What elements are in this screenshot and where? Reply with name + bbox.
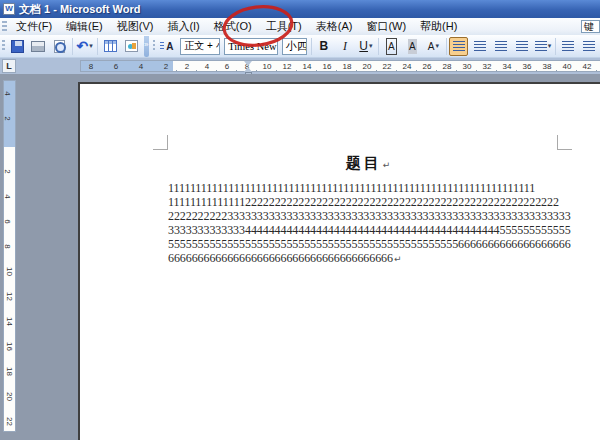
ruler-number: 4: [205, 62, 209, 71]
vertical-ruler: 42246810121416182022: [3, 80, 16, 432]
document-line: 1111111111111111111111111111111111111111…: [168, 181, 572, 195]
title-bar[interactable]: W 文档 1 - Microsoft Word: [0, 0, 600, 18]
font-combobox[interactable]: Times New Roman ▾: [224, 38, 278, 55]
styles-icon: A: [160, 40, 175, 53]
menu-help[interactable]: 帮助(H): [413, 18, 464, 35]
undo-icon: ↶: [77, 40, 89, 53]
document-title[interactable]: 题目↵: [168, 154, 568, 173]
toolbar-separator: [555, 38, 556, 55]
ruler-number: 26: [423, 62, 432, 71]
ruler-number: 6: [3, 219, 12, 223]
first-line-indent-marker[interactable]: [244, 61, 252, 66]
insert-table-button[interactable]: [101, 37, 120, 56]
toolbar-separator: [446, 38, 447, 55]
drawing-button[interactable]: [122, 37, 141, 56]
toolbar-grip[interactable]: [153, 40, 156, 52]
ruler-number: 16: [323, 62, 332, 71]
ruler-number: 2: [164, 62, 168, 71]
ruler-number: 2: [3, 116, 12, 120]
ruler-number: 10: [263, 62, 272, 71]
ruler-number: 10: [5, 267, 14, 276]
print-preview-icon: [54, 40, 65, 53]
character-border-button[interactable]: A: [382, 37, 401, 56]
ruler-number: 24: [403, 62, 412, 71]
insert-table-icon: [104, 40, 117, 52]
menu-window[interactable]: 窗口(W): [359, 18, 413, 35]
align-left-button[interactable]: [449, 37, 468, 56]
bullet-list-icon: [583, 41, 595, 51]
ruler-number: 34: [503, 62, 512, 71]
bullet-list-button[interactable]: [580, 37, 599, 56]
menu-view[interactable]: 视图(V): [110, 18, 161, 35]
ruler-number: 30: [463, 62, 472, 71]
horizontal-ruler-row: L 86422468101214161820222426283032343638…: [0, 58, 600, 74]
ruler-number: 4: [3, 194, 12, 198]
numbered-list-button[interactable]: [559, 37, 578, 56]
menu-table[interactable]: 表格(A): [309, 18, 360, 35]
ruler-number: 22: [383, 62, 392, 71]
ruler-number: 18: [343, 62, 352, 71]
undo-button[interactable]: ↶▾: [75, 37, 94, 56]
menubar-grip[interactable]: [2, 21, 7, 33]
document-text[interactable]: 1111111111111111111111111111111111111111…: [168, 181, 572, 266]
margin-corner-mark-top-right: [557, 135, 572, 150]
scale-dropdown-arrow[interactable]: ▾: [436, 42, 440, 50]
ruler-number: 20: [363, 62, 372, 71]
bold-button[interactable]: B: [314, 37, 333, 56]
font-value: Times New Roman: [228, 41, 278, 52]
document-line: 2222222222333333333333333333333333333333…: [168, 209, 572, 223]
print-preview-button[interactable]: [50, 37, 69, 56]
help-question-box[interactable]: 键: [581, 20, 600, 33]
line-spacing-button[interactable]: ▾: [533, 37, 552, 56]
align-center-icon: [474, 41, 486, 51]
italic-button[interactable]: I: [335, 37, 354, 56]
menu-insert[interactable]: 插入(I): [160, 18, 206, 35]
menu-file[interactable]: 文件(F): [9, 18, 59, 35]
toolbar-separator: [72, 38, 73, 55]
ruler-number: 6: [225, 62, 229, 71]
ruler-margin-area: [81, 61, 173, 71]
ruler-number: 18: [5, 367, 14, 376]
menu-format[interactable]: 格式(O): [207, 18, 259, 35]
save-button[interactable]: [8, 37, 27, 56]
align-right-button[interactable]: [491, 37, 510, 56]
underline-button[interactable]: U▾: [356, 37, 375, 56]
paragraph-mark: ↵: [383, 160, 391, 170]
style-combobox[interactable]: 正文 + 小四 ▾: [180, 38, 220, 55]
ruler-number: 2: [3, 169, 12, 173]
ruler-number: 4: [139, 62, 143, 71]
toolbar-grip[interactable]: [2, 40, 5, 52]
document-area: 42246810121416182022 题目↵ 111111111111111…: [0, 74, 600, 440]
font-size-combobox[interactable]: 小四 ▾: [282, 38, 307, 55]
align-left-icon: [453, 41, 465, 51]
toolbar-options-button[interactable]: »: [144, 36, 149, 57]
character-shading-icon: A: [408, 39, 417, 54]
styles-and-formatting-button[interactable]: A: [158, 37, 177, 56]
bold-icon: B: [320, 39, 329, 54]
character-shading-button[interactable]: A: [403, 37, 422, 56]
line-spacing-icon: [535, 41, 547, 51]
undo-dropdown-arrow[interactable]: ▾: [89, 42, 93, 50]
character-scale-button[interactable]: A▾: [424, 37, 443, 56]
ruler-number: 12: [5, 292, 14, 301]
style-value: 正文 + 小四: [184, 39, 220, 53]
toolbar-separator: [311, 38, 312, 55]
ruler-number: 38: [543, 62, 552, 71]
align-distribute-button[interactable]: [512, 37, 531, 56]
toolbar: ↶▾ » A 正文 + 小四 ▾ Times New Roman ▾ 小四 ▾ …: [0, 35, 600, 58]
menu-tools[interactable]: 工具(T): [259, 18, 309, 35]
document-line: 66666666666666666666666666666666666666↵: [168, 251, 572, 266]
align-center-button[interactable]: [470, 37, 489, 56]
ruler-number: 28: [443, 62, 452, 71]
line-spacing-dropdown-arrow[interactable]: ▾: [548, 42, 552, 50]
ruler-number: 36: [523, 62, 532, 71]
toolbar-separator: [378, 38, 379, 55]
toolbar-separator: [97, 38, 98, 55]
tab-selector[interactable]: L: [2, 59, 16, 73]
word-window: W 文档 1 - Microsoft Word 文件(F) 编辑(E) 视图(V…: [0, 0, 600, 440]
menu-bar: 文件(F) 编辑(E) 视图(V) 插入(I) 格式(O) 工具(T) 表格(A…: [0, 18, 600, 35]
print-icon: [31, 41, 45, 52]
underline-dropdown-arrow[interactable]: ▾: [369, 42, 373, 50]
print-button[interactable]: [29, 37, 48, 56]
menu-edit[interactable]: 编辑(E): [59, 18, 110, 35]
